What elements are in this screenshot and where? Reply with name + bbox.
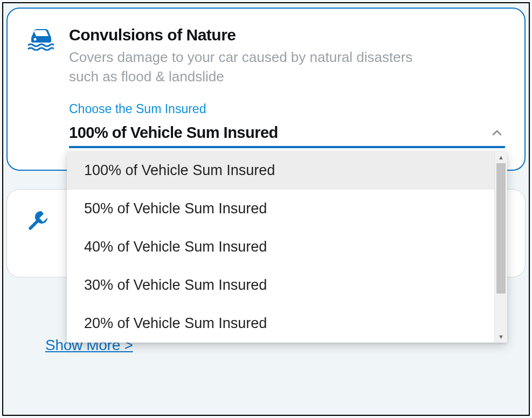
scroll-thumb[interactable]	[496, 163, 506, 294]
dropdown-option[interactable]: 40% of Vehicle Sum Insured	[67, 228, 494, 266]
wrench-icon	[26, 207, 53, 234]
coverage-card-convulsions[interactable]: Convulsions of Nature Covers damage to y…	[6, 8, 526, 171]
select-current-value: 100% of Vehicle Sum Insured	[69, 124, 278, 142]
coverage-title: Convulsions of Nature	[69, 26, 505, 44]
scroll-up-icon[interactable]: ▲	[495, 151, 507, 163]
car-flood-icon	[27, 26, 54, 148]
svg-point-0	[34, 38, 37, 41]
sum-insured-dropdown: 100% of Vehicle Sum Insured 50% of Vehic…	[67, 151, 507, 343]
dropdown-option[interactable]: 20% of Vehicle Sum Insured	[67, 304, 494, 343]
coverage-description: Covers damage to your car caused by natu…	[69, 47, 414, 87]
dropdown-list: 100% of Vehicle Sum Insured 50% of Vehic…	[67, 151, 494, 343]
sum-insured-select[interactable]: 100% of Vehicle Sum Insured 100% of Vehi…	[69, 124, 505, 148]
page-frame: Convulsions of Nature Covers damage to y…	[2, 2, 530, 416]
dropdown-option[interactable]: 100% of Vehicle Sum Insured	[67, 151, 494, 190]
coverage-content: Convulsions of Nature Covers damage to y…	[69, 26, 505, 148]
dropdown-option[interactable]: 30% of Vehicle Sum Insured	[67, 266, 494, 304]
scroll-track[interactable]	[495, 163, 507, 331]
dropdown-scrollbar[interactable]: ▲ ▼	[494, 151, 507, 343]
dropdown-option[interactable]: 50% of Vehicle Sum Insured	[67, 190, 494, 228]
scroll-down-icon[interactable]: ▼	[495, 331, 507, 343]
select-display[interactable]: 100% of Vehicle Sum Insured	[69, 124, 505, 148]
chevron-up-icon	[492, 127, 505, 139]
sum-insured-label: Choose the Sum Insured	[69, 102, 505, 116]
